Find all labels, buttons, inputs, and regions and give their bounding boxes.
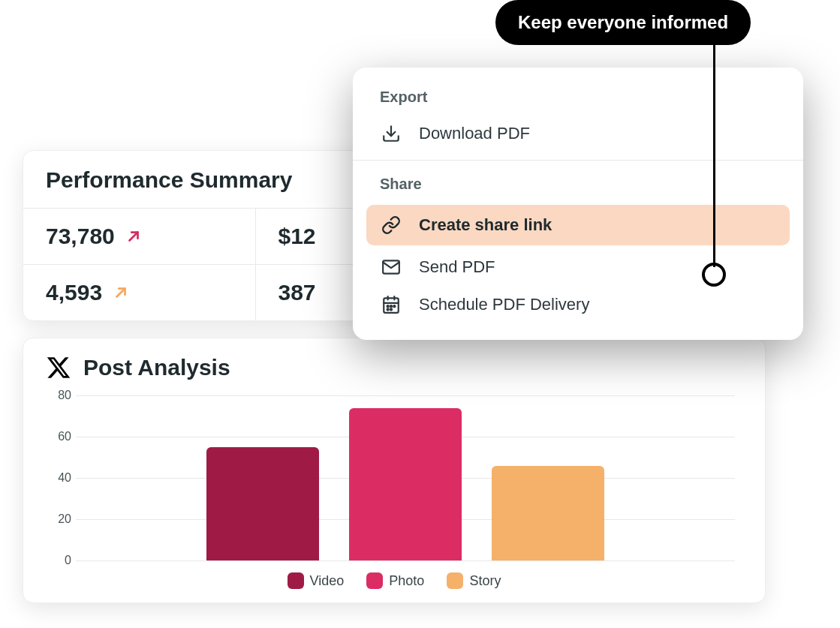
legend-item-video[interactable]: Video	[288, 572, 345, 589]
trend-up-icon	[113, 284, 129, 301]
metric-cell: 4,593	[23, 265, 256, 320]
bar-story	[492, 466, 604, 561]
schedule-pdf-item[interactable]: Schedule PDF Delivery	[353, 286, 803, 323]
send-pdf-label: Send PDF	[419, 257, 495, 277]
share-section-label: Share	[353, 171, 803, 202]
metric-value: $12	[278, 224, 316, 249]
post-analysis-card: Post Analysis 020406080 VideoPhotoStory	[23, 338, 766, 603]
legend-label: Story	[469, 573, 501, 589]
svg-line-0	[129, 233, 137, 241]
create-share-link-item[interactable]: Create share link	[366, 205, 790, 245]
svg-point-11	[387, 308, 389, 310]
metric-value: 4,593	[46, 280, 102, 305]
legend-label: Video	[310, 573, 345, 589]
metric-cell: 73,780	[23, 209, 256, 264]
y-tick-label: 40	[46, 471, 71, 485]
y-tick-label: 0	[46, 554, 71, 567]
send-pdf-item[interactable]: Send PDF	[353, 248, 803, 286]
x-logo-icon	[46, 355, 71, 380]
metric-value: 387	[278, 280, 316, 305]
y-tick-label: 20	[46, 512, 71, 526]
callout-pill: Keep everyone informed	[495, 0, 751, 45]
svg-point-12	[390, 308, 392, 310]
svg-point-10	[393, 305, 395, 307]
export-share-popover: Export Download PDF Share Create share l…	[353, 68, 803, 340]
callout-connector-line	[713, 41, 715, 267]
svg-point-8	[387, 305, 389, 307]
y-tick-label: 80	[46, 389, 71, 402]
bars-container	[76, 395, 735, 560]
svg-line-1	[117, 289, 125, 297]
export-section-label: Export	[353, 84, 803, 115]
chart-legend: VideoPhotoStory	[46, 572, 742, 589]
legend-item-photo[interactable]: Photo	[366, 572, 424, 589]
legend-swatch	[366, 572, 383, 589]
calendar-icon	[380, 295, 402, 314]
popover-divider	[353, 160, 803, 161]
legend-swatch	[288, 572, 304, 589]
bar-photo	[349, 408, 462, 561]
legend-swatch	[447, 572, 463, 589]
download-icon	[380, 124, 402, 143]
post-analysis-title: Post Analysis	[83, 355, 230, 380]
create-share-link-label: Create share link	[419, 215, 552, 235]
download-pdf-label: Download PDF	[419, 124, 530, 143]
legend-label: Photo	[389, 573, 424, 589]
legend-item-story[interactable]: Story	[447, 572, 501, 589]
callout-text: Keep everyone informed	[518, 12, 728, 32]
bar-video	[206, 447, 319, 560]
metric-value: 73,780	[46, 224, 115, 249]
svg-point-9	[390, 305, 392, 307]
link-icon	[380, 215, 402, 235]
bar-chart: 020406080	[76, 395, 735, 560]
trend-up-icon	[125, 228, 142, 245]
grid-line	[76, 560, 735, 561]
download-pdf-item[interactable]: Download PDF	[353, 115, 803, 152]
callout-connector-ring	[702, 263, 726, 287]
y-tick-label: 60	[46, 430, 71, 443]
post-analysis-header: Post Analysis	[46, 355, 742, 380]
schedule-pdf-label: Schedule PDF Delivery	[419, 295, 589, 314]
mail-icon	[380, 257, 402, 277]
